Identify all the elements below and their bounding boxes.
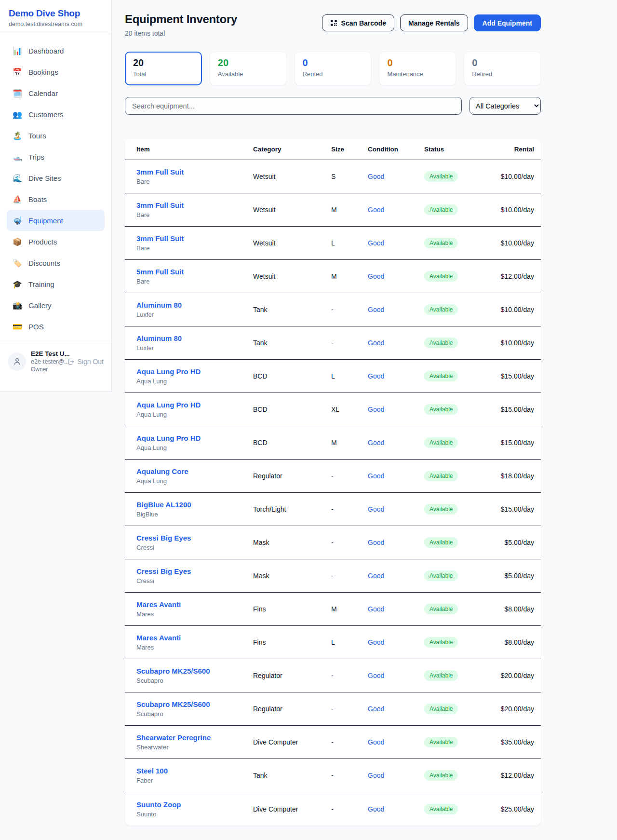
sidebar-item-boats[interactable]: ⛵ Boats <box>7 189 105 210</box>
item-name-link[interactable]: Aluminum 80 <box>136 334 253 342</box>
sidebar: Demo Dive Shop demo.test.divestreams.com… <box>0 0 112 392</box>
table-row-cressi-big-eyes: Cressi Big Eyes Cressi Mask - Good Avail… <box>125 559 541 593</box>
page-subtitle: 20 items total <box>125 29 237 37</box>
item-condition-link[interactable]: Good <box>368 406 384 413</box>
item-rental-price: $15.00/day <box>501 406 534 413</box>
item-name-link[interactable]: Cressi Big Eyes <box>136 567 253 575</box>
item-brand: Shearwater <box>136 744 253 751</box>
item-name-link[interactable]: Scubapro MK25/S600 <box>136 700 253 708</box>
item-condition-link[interactable]: Good <box>368 605 384 613</box>
item-name-link[interactable]: 3mm Full Suit <box>136 201 253 209</box>
item-name-link[interactable]: Steel 100 <box>136 767 253 775</box>
sidebar-item-training[interactable]: 🎓 Training <box>7 273 105 295</box>
item-name-link[interactable]: Shearwater Peregrine <box>136 733 253 742</box>
sidebar-item-dive-sites[interactable]: 🌊 Dive Sites <box>7 167 105 189</box>
stat-label: Total <box>133 70 194 78</box>
item-name-link[interactable]: Aqua Lung Pro HD <box>136 434 253 442</box>
item-rental-price: $35.00/day <box>501 738 534 746</box>
brand-block: Demo Dive Shop demo.test.divestreams.com <box>0 0 111 34</box>
status-badge: Available <box>424 604 458 614</box>
item-condition-link[interactable]: Good <box>368 339 384 347</box>
item-condition-link[interactable]: Good <box>368 439 384 447</box>
item-condition-link[interactable]: Good <box>368 705 384 713</box>
page-title: Equipment Inventory <box>125 13 237 26</box>
nav-item-label: Products <box>28 238 57 246</box>
brand-title[interactable]: Demo Dive Shop <box>9 8 103 19</box>
item-rental-price: $25.00/day <box>501 805 534 813</box>
table-row-aqua-lung-pro-hd: Aqua Lung Pro HD Aqua Lung BCD M Good Av… <box>125 426 541 460</box>
item-name-link[interactable]: Mares Avanti <box>136 634 253 642</box>
user-name: E2E Test U... <box>31 350 62 357</box>
sidebar-item-customers[interactable]: 👥 Customers <box>7 104 105 125</box>
sidebar-item-products[interactable]: 📦 Products <box>7 231 105 252</box>
item-condition-link[interactable]: Good <box>368 638 384 646</box>
search-input[interactable] <box>125 97 462 115</box>
sign-out-icon <box>67 358 75 366</box>
status-badge: Available <box>424 338 458 348</box>
status-badge: Available <box>424 737 458 747</box>
sign-out-button[interactable]: Sign Out <box>67 358 104 366</box>
item-condition-link[interactable]: Good <box>368 505 384 513</box>
item-condition-link[interactable]: Good <box>368 306 384 313</box>
item-name-link[interactable]: Aqua Lung Pro HD <box>136 401 253 409</box>
status-badge: Available <box>424 238 458 248</box>
item-name-link[interactable]: Cressi Big Eyes <box>136 534 253 542</box>
stat-card-rented[interactable]: 0 Rented <box>295 52 372 85</box>
item-condition-link[interactable]: Good <box>368 772 384 779</box>
item-name-link[interactable]: Suunto Zoop <box>136 800 253 809</box>
item-name-link[interactable]: 5mm Full Suit <box>136 268 253 276</box>
item-name-link[interactable]: 3mm Full Suit <box>136 168 253 176</box>
item-condition-link[interactable]: Good <box>368 372 384 380</box>
nav-item-label: Calendar <box>28 89 58 97</box>
item-name-link[interactable]: Aqualung Core <box>136 467 253 475</box>
nav-item-icon: 🛥️ <box>13 152 22 162</box>
stat-card-retired[interactable]: 0 Retired <box>464 52 541 85</box>
item-rental-price: $12.00/day <box>501 772 534 779</box>
item-condition-link[interactable]: Good <box>368 738 384 746</box>
item-rental-price: $15.00/day <box>501 439 534 447</box>
item-category: Dive Computer <box>253 738 331 746</box>
item-category: Tank <box>253 339 331 347</box>
item-size: L <box>331 239 368 247</box>
stat-card-available[interactable]: 20 Available <box>210 52 287 85</box>
avatar <box>8 352 26 371</box>
nav-item-label: Tours <box>28 132 46 140</box>
item-name-link[interactable]: Aqua Lung Pro HD <box>136 367 253 376</box>
add-equipment-button[interactable]: Add Equipment <box>474 14 541 31</box>
item-condition-link[interactable]: Good <box>368 572 384 580</box>
item-condition-link[interactable]: Good <box>368 805 384 813</box>
sidebar-item-equipment[interactable]: 🤿 Equipment <box>7 210 105 231</box>
item-condition-link[interactable]: Good <box>368 173 384 180</box>
sidebar-item-trips[interactable]: 🛥️ Trips <box>7 146 105 167</box>
item-condition-link[interactable]: Good <box>368 539 384 546</box>
item-size: S <box>331 173 368 180</box>
stat-card-total[interactable]: 20 Total <box>125 52 202 85</box>
item-name-link[interactable]: Aluminum 80 <box>136 301 253 309</box>
item-name-link[interactable]: 3mm Full Suit <box>136 234 253 243</box>
item-condition-link[interactable]: Good <box>368 672 384 679</box>
sidebar-item-pos[interactable]: 💳 POS <box>7 316 105 337</box>
sidebar-item-calendar[interactable]: 🗓️ Calendar <box>7 82 105 104</box>
item-size: - <box>331 572 368 580</box>
sidebar-item-tours[interactable]: 🏝️ Tours <box>7 125 105 146</box>
sidebar-item-bookings[interactable]: 📅 Bookings <box>7 61 105 82</box>
item-condition-link[interactable]: Good <box>368 472 384 480</box>
item-size: - <box>331 505 368 513</box>
stat-card-maintenance[interactable]: 0 Maintenance <box>379 52 456 85</box>
nav-item-icon: 🎓 <box>13 280 22 289</box>
item-condition-link[interactable]: Good <box>368 206 384 214</box>
sidebar-item-dashboard[interactable]: 📊 Dashboard <box>7 40 105 61</box>
scan-barcode-button[interactable]: Scan Barcode <box>322 14 394 31</box>
item-condition-link[interactable]: Good <box>368 272 384 280</box>
item-category: Wetsuit <box>253 239 331 247</box>
item-name-link[interactable]: Mares Avanti <box>136 600 253 609</box>
sidebar-item-gallery[interactable]: 📸 Gallery <box>7 295 105 316</box>
category-select[interactable]: All Categories <box>469 97 541 115</box>
sidebar-item-discounts[interactable]: 🏷️ Discounts <box>7 252 105 273</box>
status-badge: Available <box>424 271 458 282</box>
manage-rentals-button[interactable]: Manage Rentals <box>400 14 468 31</box>
item-name-link[interactable]: BigBlue AL1200 <box>136 501 253 509</box>
item-name-link[interactable]: Scubapro MK25/S600 <box>136 667 253 675</box>
item-brand: Aqua Lung <box>136 411 253 418</box>
item-condition-link[interactable]: Good <box>368 239 384 247</box>
